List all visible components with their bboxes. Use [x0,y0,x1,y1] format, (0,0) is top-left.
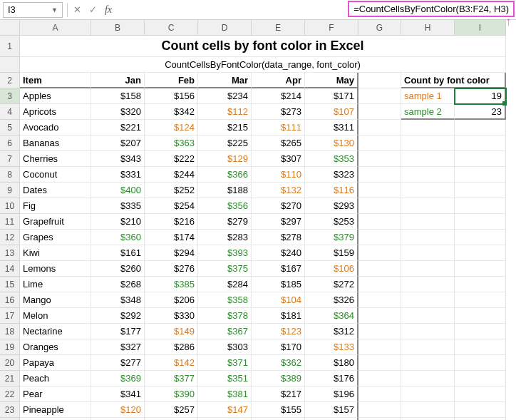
col-header-C[interactable]: C [145,20,198,36]
row-header-19[interactable]: 19 [0,339,20,355]
cell-G9[interactable] [358,183,401,198]
formula-input[interactable]: =CountCellsByFontColor(B3:F24, H3) ↑ [116,2,516,18]
cell-I12[interactable] [455,230,506,245]
cell-D13[interactable]: $393 [198,245,252,261]
cell-C15[interactable]: $385 [145,277,198,292]
cell-B15[interactable]: $268 [91,277,145,292]
cell-H22[interactable] [401,386,455,402]
cell-E17[interactable]: $181 [252,308,305,324]
cell-E19[interactable]: $170 [252,339,305,355]
cell-B6[interactable]: $207 [91,135,145,151]
cell-B10[interactable]: $335 [91,198,145,214]
cell-F13[interactable]: $159 [305,245,358,261]
cell-H9[interactable] [401,183,455,198]
cell-E8[interactable]: $110 [252,167,305,183]
cell-G19[interactable] [358,339,401,355]
cell-C12[interactable]: $174 [145,230,198,245]
sample-label-2[interactable]: sample 2 [401,104,455,120]
cell-B4[interactable]: $320 [91,104,145,120]
cell-G8[interactable] [358,167,401,183]
cell-item-19[interactable]: Oranges [20,339,91,355]
cell-F22[interactable]: $196 [305,386,358,402]
cell-item-7[interactable]: Cherries [20,151,91,167]
row-header-3[interactable]: 3 [0,88,20,104]
row-header-20[interactable]: 20 [0,355,20,371]
cell-item-15[interactable]: Lime [20,277,91,292]
cell-item-9[interactable]: Dates [20,183,91,198]
cell-E9[interactable]: $132 [252,183,305,198]
cell-G3[interactable] [358,88,401,104]
cell-B21[interactable]: $369 [91,371,145,386]
cell-E3[interactable]: $214 [252,88,305,104]
cell-G12[interactable] [358,230,401,245]
cell-F12[interactable]: $379 [305,230,358,245]
cell-item-6[interactable]: Bananas [20,135,91,151]
cell-G10[interactable] [358,198,401,214]
cell-H18[interactable] [401,324,455,339]
cell-D17[interactable]: $378 [198,308,252,324]
cell-F8[interactable]: $323 [305,167,358,183]
row-header-17[interactable]: 17 [0,308,20,324]
cell-H23[interactable] [401,402,455,418]
chevron-down-icon[interactable]: ▼ [51,6,58,14]
cell-B22[interactable]: $341 [91,386,145,402]
cell-G21[interactable] [358,371,401,386]
cell-I9[interactable] [455,183,506,198]
row-header-5[interactable]: 5 [0,120,20,135]
cell-G15[interactable] [358,277,401,292]
cell-F14[interactable]: $106 [305,261,358,277]
cell-I21[interactable] [455,371,506,386]
cell-B17[interactable]: $292 [91,308,145,324]
cell-D18[interactable]: $367 [198,324,252,339]
cell-I18[interactable] [455,324,506,339]
cell-item-21[interactable]: Peach [20,371,91,386]
cell-item-12[interactable]: Grapes [20,230,91,245]
cell-I10[interactable] [455,198,506,214]
cell-E14[interactable]: $167 [252,261,305,277]
cell-C17[interactable]: $330 [145,308,198,324]
cell-E4[interactable]: $273 [252,104,305,120]
row-header-4[interactable]: 4 [0,104,20,120]
cell-I22[interactable] [455,386,506,402]
confirm-icon[interactable]: ✓ [85,2,100,18]
col-header-B[interactable]: B [91,20,145,36]
cell-D5[interactable]: $215 [198,120,252,135]
cell-C21[interactable]: $377 [145,371,198,386]
cell-H15[interactable] [401,277,455,292]
cell-B3[interactable]: $158 [91,88,145,104]
cell-B19[interactable]: $327 [91,339,145,355]
cell-C13[interactable]: $294 [145,245,198,261]
cell-D9[interactable]: $188 [198,183,252,198]
cell-F4[interactable]: $107 [305,104,358,120]
cell-B16[interactable]: $348 [91,292,145,308]
sample-label-1[interactable]: sample 1 [401,88,455,104]
cell-E21[interactable]: $389 [252,371,305,386]
cell-G23[interactable] [358,402,401,418]
row-header-22[interactable]: 22 [0,386,20,402]
cell-F5[interactable]: $311 [305,120,358,135]
cell-H16[interactable] [401,292,455,308]
cell-F23[interactable]: $157 [305,402,358,418]
cell-item-16[interactable]: Mango [20,292,91,308]
cell-F15[interactable]: $272 [305,277,358,292]
cell-H13[interactable] [401,245,455,261]
row-header-14[interactable]: 14 [0,261,20,277]
cell-D11[interactable]: $279 [198,214,252,230]
cell-I6[interactable] [455,135,506,151]
cell-E15[interactable]: $185 [252,277,305,292]
cell-C6[interactable]: $363 [145,135,198,151]
cell-item-10[interactable]: Fig [20,198,91,214]
cell-G22[interactable] [358,386,401,402]
cell-D21[interactable]: $351 [198,371,252,386]
row-header-9[interactable]: 9 [0,183,20,198]
cell-C8[interactable]: $244 [145,167,198,183]
col-header-I[interactable]: I [455,20,506,36]
cell-C22[interactable]: $390 [145,386,198,402]
row-header-13[interactable]: 13 [0,245,20,261]
spreadsheet-grid[interactable]: ABCDEFGHI1Count cells by font color in E… [0,20,516,420]
row-header-21[interactable]: 21 [0,371,20,386]
cell-H6[interactable] [401,135,455,151]
cell-D4[interactable]: $112 [198,104,252,120]
cell-F7[interactable]: $353 [305,151,358,167]
cell-B8[interactable]: $331 [91,167,145,183]
